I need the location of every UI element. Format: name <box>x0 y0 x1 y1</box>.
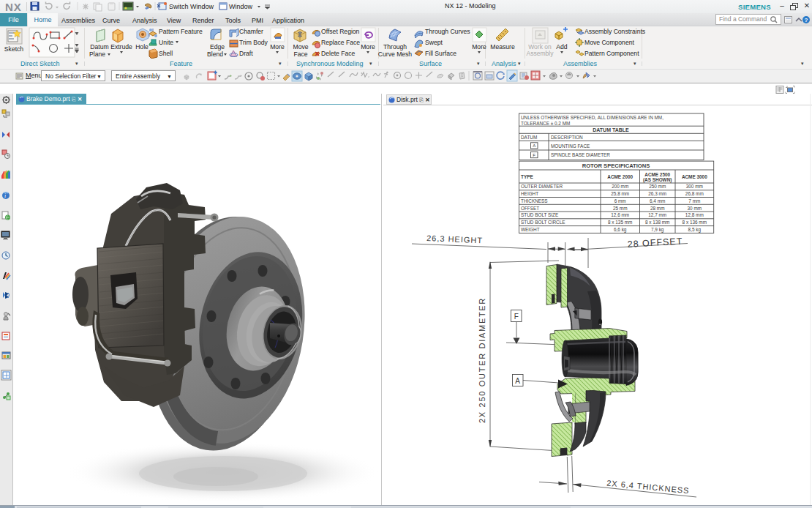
svg-text:Unite: Unite <box>159 39 173 46</box>
svg-text:F: F <box>514 313 519 321</box>
svg-text:28 mm: 28 mm <box>650 206 665 211</box>
svg-text:Move: Move <box>293 43 308 51</box>
svg-text:7 mm: 7 mm <box>688 198 700 203</box>
svg-text:8 x 136 mm: 8 x 136 mm <box>683 220 707 225</box>
svg-text:Sketch: Sketch <box>4 45 23 53</box>
svg-text:250 mm: 250 mm <box>649 184 666 189</box>
svg-text:Move Component: Move Component <box>584 39 634 46</box>
svg-text:2X 6,4 THICKNESS: 2X 6,4 THICKNESS <box>606 479 690 496</box>
svg-text:ROTOR SPECIFICATIONS: ROTOR SPECIFICATIONS <box>582 163 650 169</box>
svg-text:Switch Window: Switch Window <box>169 3 214 10</box>
svg-text:Add: Add <box>556 43 568 51</box>
svg-text:6,6 kg: 6,6 kg <box>614 227 627 233</box>
svg-text:Trim Body: Trim Body <box>239 39 268 46</box>
svg-text:30 mm: 30 mm <box>688 206 702 211</box>
svg-text:Replace Face: Replace Face <box>321 39 360 46</box>
svg-text:Extrude: Extrude <box>110 43 132 51</box>
svg-text:26,3 HEIGHT: 26,3 HEIGHT <box>426 234 483 244</box>
svg-text:Curve Mesh: Curve Mesh <box>378 51 413 58</box>
svg-text:THICKNESS: THICKNESS <box>521 198 548 203</box>
svg-text:TYPE: TYPE <box>521 174 533 179</box>
svg-text:300 mm: 300 mm <box>686 184 703 189</box>
svg-text:2X 250 OUTER DIAMETER: 2X 250 OUTER DIAMETER <box>478 297 486 423</box>
svg-text:WEIGHT: WEIGHT <box>521 227 540 232</box>
svg-text:TOLERANCE ± 0.2 MM: TOLERANCE ± 0.2 MM <box>521 121 570 126</box>
svg-text:?: ? <box>805 17 808 23</box>
svg-text:MOUNTING FACE: MOUNTING FACE <box>551 143 590 149</box>
svg-text:Assembly Constraints: Assembly Constraints <box>584 28 645 35</box>
svg-text:More: More <box>270 43 285 51</box>
svg-text:F: F <box>533 153 535 157</box>
svg-text:i: i <box>4 193 6 199</box>
svg-text:Measure: Measure <box>490 43 515 51</box>
svg-text:28 OFFSET: 28 OFFSET <box>627 236 683 250</box>
svg-text:Edge: Edge <box>210 43 225 51</box>
svg-text:Datum: Datum <box>90 43 108 51</box>
svg-text:ACME 3000: ACME 3000 <box>682 174 707 179</box>
svg-text:SPINDLE BASE DIAMETER: SPINDLE BASE DIAMETER <box>551 152 610 157</box>
svg-text:Fill Surface: Fill Surface <box>425 50 456 57</box>
svg-text:Hole: Hole <box>135 43 149 51</box>
svg-text:UNLESS OTHERWISE SPECIFIED, AL: UNLESS OTHERWISE SPECIFIED, ALL DIMENSIO… <box>521 115 663 120</box>
svg-text:HEIGHT: HEIGHT <box>521 191 538 196</box>
svg-text:200 mm: 200 mm <box>612 184 628 189</box>
svg-text:DATUM TABLE: DATUM TABLE <box>593 127 629 132</box>
svg-text:More: More <box>472 43 486 51</box>
svg-text:12,7 mm: 12,7 mm <box>648 212 666 217</box>
svg-text:Draft: Draft <box>239 50 253 57</box>
svg-text:Assembly: Assembly <box>527 50 555 57</box>
svg-text:Plane: Plane <box>89 51 105 58</box>
svg-text:A: A <box>515 377 520 385</box>
svg-text:Through Curves: Through Curves <box>425 28 470 35</box>
svg-text:Pattern Component: Pattern Component <box>584 50 639 57</box>
svg-text:8 x 135 mm: 8 x 135 mm <box>608 220 632 225</box>
svg-text:25,8 mm: 25,8 mm <box>611 191 629 196</box>
svg-text:ACME 2500: ACME 2500 <box>644 172 670 177</box>
svg-text:STUD BOLT SIZE: STUD BOLT SIZE <box>521 212 558 217</box>
svg-text:6,4 mm: 6,4 mm <box>650 198 665 203</box>
svg-text:Offset Region: Offset Region <box>321 28 360 35</box>
svg-text:A: A <box>533 143 535 148</box>
svg-text:Pattern Feature: Pattern Feature <box>159 28 203 35</box>
svg-text:ACME 2000: ACME 2000 <box>607 174 633 179</box>
svg-text:Swept: Swept <box>425 39 443 46</box>
svg-text:OFFSET: OFFSET <box>521 206 539 211</box>
svg-text:8,5 kg: 8,5 kg <box>688 227 702 233</box>
svg-text:STUD BOLT CIRCLE: STUD BOLT CIRCLE <box>521 220 565 225</box>
svg-text:25 mm: 25 mm <box>613 206 628 211</box>
svg-text:6 mm: 6 mm <box>614 198 626 203</box>
svg-text:Chamfer: Chamfer <box>239 28 263 35</box>
svg-text:Blend: Blend <box>207 51 223 58</box>
svg-text:Delete Face: Delete Face <box>321 50 356 57</box>
svg-text:7,9 kg: 7,9 kg <box>651 227 664 233</box>
svg-text:DATUM: DATUM <box>521 135 537 140</box>
svg-text:Face: Face <box>293 51 307 58</box>
svg-text:26,3 mm: 26,3 mm <box>648 191 666 196</box>
svg-text:8 x 138 mm: 8 x 138 mm <box>645 220 669 225</box>
svg-text:(AS SHOWN): (AS SHOWN) <box>643 177 672 183</box>
svg-text:OUTER DIAMETER: OUTER DIAMETER <box>521 184 563 189</box>
svg-text:12,8 mm: 12,8 mm <box>685 212 704 217</box>
svg-text:26,8 mm: 26,8 mm <box>685 191 704 196</box>
svg-text:DESCRIPTION: DESCRIPTION <box>551 135 583 140</box>
svg-text:Shell: Shell <box>159 50 173 57</box>
svg-text:Through: Through <box>383 43 407 51</box>
svg-text:12,6 mm: 12,6 mm <box>611 212 629 217</box>
svg-text:Window: Window <box>229 3 253 10</box>
svg-text:More: More <box>361 43 375 51</box>
